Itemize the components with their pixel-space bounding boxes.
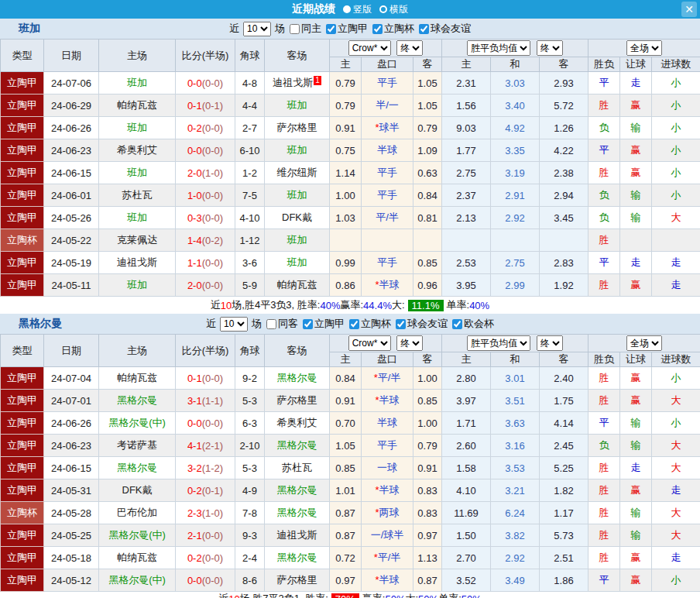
away-odds-cell: 0.96 (413, 274, 442, 297)
corners-cell: 4-10 (235, 207, 265, 229)
odds-time-select[interactable]: 终 (396, 40, 423, 56)
avg-away-cell: 2.83 (540, 252, 588, 274)
scope-select[interactable]: 全场 (626, 335, 662, 351)
home-odds-cell: 0.87 (330, 502, 362, 524)
home-team-cell: 班加 (99, 162, 176, 184)
goals-cell: 小 (652, 72, 700, 95)
handicap-star: * (375, 279, 379, 290)
score-cell: 1-1(0-0) (176, 252, 235, 274)
avg-type-select[interactable]: 胜平负均值 (467, 40, 530, 56)
table-row: 立陶甲24-06-15班加2-0(1-0)1-2维尔纽斯1.14平手0.632.… (1, 162, 700, 184)
layout-horizontal-option[interactable]: 横版 (379, 3, 408, 16)
match-count-select[interactable]: 10 (243, 22, 271, 36)
score-cell: 0-2(0-1) (176, 479, 235, 502)
home-odds-cell: 1.00 (330, 184, 362, 207)
avg-time-select[interactable]: 终 (537, 40, 563, 56)
odds-company-select[interactable]: Crow* (348, 40, 391, 56)
horizontal-radio-icon[interactable] (379, 5, 387, 13)
col-date: 日期 (44, 335, 99, 367)
sub-result: 胜负 (588, 57, 620, 72)
league-filter[interactable]: 球会友谊 (419, 22, 471, 36)
home-odds-cell: 1.14 (330, 162, 362, 184)
away-team-cell: 黑格尔曼 (265, 502, 330, 524)
handicap-cell: 一/球半 (362, 524, 413, 547)
league-filter[interactable]: 立陶杯 (349, 317, 391, 331)
scope-group-header: 全场 (588, 335, 700, 352)
handicap-cell (362, 229, 413, 252)
filter-checkbox[interactable] (452, 319, 462, 329)
fulltime-score: 1-0 (187, 190, 202, 201)
avg-time-select[interactable]: 终 (537, 335, 563, 351)
corners-cell: 5-9 (235, 274, 265, 297)
vertical-radio-icon[interactable] (343, 5, 351, 13)
halftime-score: (0-0) (202, 552, 223, 564)
league-filter[interactable]: 立陶甲 (303, 317, 345, 331)
date-cell: 24-05-26 (44, 207, 99, 229)
table-row: 立陶甲24-05-25黑格尔曼(中)2-1(0-0)9-3迪祖戈斯0.87一/球… (1, 524, 700, 547)
date-cell: 24-06-23 (44, 139, 99, 162)
odds-company-select[interactable]: Crow* (348, 335, 391, 351)
avg-away-cell: 1.92 (540, 274, 588, 297)
away-team-cell: 迪祖戈斯 (265, 524, 330, 547)
filter-checkbox[interactable] (349, 319, 359, 329)
home-team-cell: 考诺萨基 (99, 435, 176, 457)
away-team-cell: 萨尔格里 (265, 117, 330, 139)
handicap-result-cell: 赢 (620, 390, 652, 412)
handicap-result-cell (620, 229, 652, 252)
goals-cell: 小 (652, 95, 700, 117)
summary-segment: 11.1% (408, 300, 444, 311)
filter-checkbox[interactable] (303, 319, 313, 329)
filter-checkbox[interactable] (396, 319, 406, 329)
league-filter[interactable]: 球会友谊 (396, 317, 448, 331)
fulltime-score: 0-0 (187, 418, 202, 429)
fulltime-score: 0-0 (187, 145, 202, 156)
halftime-score: (0-0) (202, 77, 223, 89)
filter-checkbox[interactable] (372, 24, 383, 34)
league-cell: 立陶甲 (1, 117, 44, 139)
goals-cell: 走 (652, 479, 700, 502)
home-team-cell: 黑格尔曼(中) (99, 569, 176, 592)
home-team-cell: 帕纳瓦兹 (99, 95, 176, 117)
result-cell: 胜 (588, 524, 620, 547)
home-odds-cell: 0.86 (330, 274, 362, 297)
summary-segment: 场,胜4平3负3, 胜率: (232, 298, 320, 312)
home-odds-cell: 1.05 (330, 435, 362, 457)
league-filter[interactable]: 欧会杯 (452, 317, 494, 331)
avg-draw-cell: 2.92 (491, 207, 540, 229)
sub-handicap: 盘口 (362, 352, 413, 367)
team-name: 黑格尔曼 (19, 317, 62, 331)
table-row: 立陶甲24-05-26班加0-3(0-0)4-10DFK戴1.03平/半0.81… (1, 207, 700, 229)
league-filter[interactable]: 同客 (266, 317, 298, 331)
league-filter[interactable]: 同主 (290, 22, 321, 36)
score-cell: 0-1(0-1) (176, 95, 235, 117)
handicap-result-cell: 赢 (620, 139, 652, 162)
league-filter[interactable]: 立陶甲 (326, 22, 368, 36)
avg-type-select[interactable]: 胜平负均值 (467, 335, 530, 351)
titlebar: 近期战绩 竖版 横版 ✕ (0, 0, 700, 19)
avg-away-cell: 2.40 (540, 367, 588, 390)
league-filter[interactable]: 立陶杯 (372, 22, 414, 36)
scope-select[interactable]: 全场 (626, 40, 662, 56)
score-cell: 0-0(0-0) (176, 72, 235, 95)
away-odds-cell: 1.05 (413, 72, 442, 95)
close-icon[interactable]: ✕ (681, 2, 697, 17)
filter-checkbox[interactable] (290, 24, 300, 34)
filter-checkbox[interactable] (266, 319, 276, 329)
filter-checkbox[interactable] (326, 24, 336, 34)
summary-segment: 44.4% (363, 300, 392, 311)
corners-cell: 2-7 (235, 117, 265, 139)
layout-vertical-option[interactable]: 竖版 (343, 3, 372, 16)
filter-checkbox[interactable] (419, 24, 429, 34)
goals-cell: 小 (652, 117, 700, 139)
match-count-select[interactable]: 10 (220, 317, 248, 332)
fulltime-score: 3-2 (187, 462, 202, 474)
corners-cell: 2-10 (235, 435, 265, 457)
table-row: 立陶杯24-05-28巴布伦加2-3(1-0)7-8黑格尔曼0.87*两球0.8… (1, 502, 700, 524)
table-row: 立陶甲24-07-04帕纳瓦兹0-1(0-0)9-2黑格尔曼0.84*平/半1.… (1, 367, 700, 390)
home-team-cell: 黑格尔曼(中) (99, 412, 176, 435)
result-cell: 胜 (588, 390, 620, 412)
table-row: 立陶甲24-06-01苏杜瓦1-0(0-0)7-5班加1.00平手0.842.3… (1, 184, 700, 207)
odds-time-select[interactable]: 终 (396, 335, 423, 351)
halftime-score: (0-0) (202, 145, 223, 156)
table-row: 立陶甲24-07-01黑格尔曼3-1(1-1)5-3萨尔格里0.91*半球0.8… (1, 390, 700, 412)
